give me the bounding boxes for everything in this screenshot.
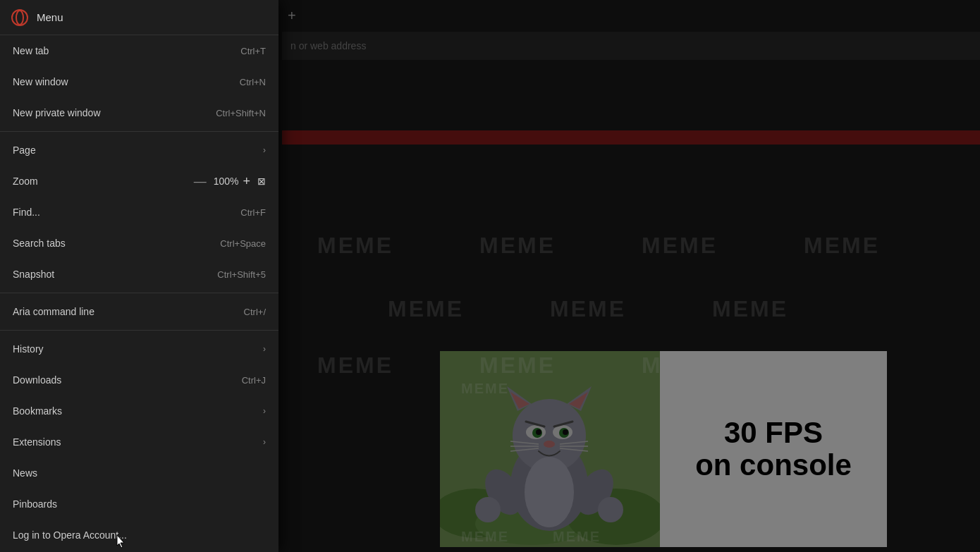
menu-item-new-private-window[interactable]: New private window Ctrl+Shift+N xyxy=(0,97,278,128)
menu-item-zoom[interactable]: Zoom — 100% + ⊠ xyxy=(0,166,278,197)
menu-item-pinboards[interactable]: Pinboards xyxy=(0,489,278,520)
zoom-minus-icon[interactable]: — xyxy=(194,174,207,189)
menu-item-new-tab[interactable]: New tab Ctrl+T xyxy=(0,35,278,66)
menu-header: Menu xyxy=(0,0,278,35)
menu-item-bookmarks[interactable]: Bookmarks › xyxy=(0,395,278,427)
extensions-arrow-icon: › xyxy=(263,437,266,447)
menu-item-find[interactable]: Find... Ctrl+F xyxy=(0,197,278,228)
zoom-plus-icon[interactable]: + xyxy=(243,174,250,189)
menu-item-aria-command[interactable]: Aria command line Ctrl+/ xyxy=(0,296,278,327)
opera-logo xyxy=(11,9,28,26)
zoom-fullscreen-icon[interactable]: ⊠ xyxy=(257,176,266,187)
svg-point-34 xyxy=(16,11,23,25)
menu-item-search-tabs[interactable]: Search tabs Ctrl+Space xyxy=(0,228,278,259)
menu-item-snapshot[interactable]: Snapshot Ctrl+Shift+5 xyxy=(0,259,278,290)
menu-separator-3 xyxy=(0,330,278,331)
bookmarks-arrow-icon: › xyxy=(263,406,266,416)
screen-overlay xyxy=(278,0,980,552)
svg-point-33 xyxy=(12,10,27,25)
menu-separator-1 xyxy=(0,131,278,132)
menu-item-downloads[interactable]: Downloads Ctrl+J xyxy=(0,364,278,395)
menu-item-login[interactable]: Log in to Opera Account... xyxy=(0,520,278,551)
arrow-icon: › xyxy=(263,145,266,155)
menu-panel: Menu New tab Ctrl+T New window Ctrl+N Ne… xyxy=(0,0,278,552)
menu-title: Menu xyxy=(37,11,63,23)
menu-item-news[interactable]: News xyxy=(0,458,278,489)
menu-item-history[interactable]: History › xyxy=(0,333,278,364)
zoom-controls: — 100% + ⊠ xyxy=(194,174,266,189)
menu-item-page[interactable]: Page › xyxy=(0,135,278,166)
menu-item-extensions[interactable]: Extensions › xyxy=(0,427,278,458)
zoom-value: 100% xyxy=(214,176,239,187)
menu-separator-2 xyxy=(0,293,278,293)
menu-item-new-window[interactable]: New window Ctrl+N xyxy=(0,66,278,97)
history-arrow-icon: › xyxy=(263,344,266,354)
